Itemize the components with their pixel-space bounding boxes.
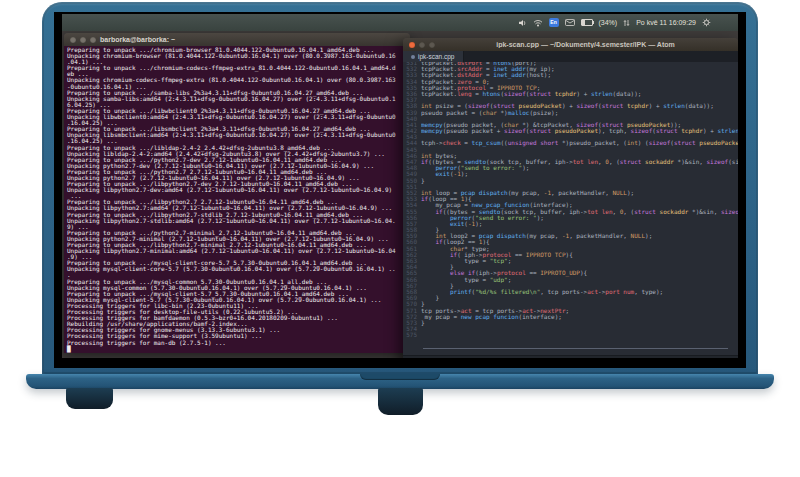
volume-icon[interactable] bbox=[518, 19, 527, 27]
laptop-foot bbox=[378, 388, 423, 415]
terminal-maximize-button[interactable] bbox=[90, 37, 96, 43]
file-icon bbox=[411, 55, 415, 59]
code-line: 575 bbox=[403, 332, 738, 338]
wifi-icon[interactable] bbox=[533, 19, 543, 27]
network-arrows-icon[interactable] bbox=[623, 19, 630, 27]
terminal-line: Unpacking libwbclient0:amd64 (2:4.3.11+d… bbox=[67, 114, 410, 120]
horizontal-scrollbar[interactable] bbox=[423, 348, 728, 349]
scene: En (34%) Po kvě 11 16:09:29 bbox=[0, 0, 800, 477]
terminal-close-button[interactable] bbox=[70, 37, 76, 43]
session-gear-icon[interactable] bbox=[702, 18, 711, 27]
terminal-line: Unpacking samba-libs:amd64 (2:4.3.11+dfs… bbox=[67, 96, 410, 102]
code-editor[interactable]: 531tcpPacket.dstPort = htons(port);532tc… bbox=[403, 62, 738, 355]
gutter-line-number[interactable]: 575 bbox=[403, 332, 421, 338]
terminal-title: barborka@barborka: ~ bbox=[100, 36, 175, 43]
battery-icon[interactable] bbox=[581, 19, 593, 26]
terminal-line: Unpacking libpython2.7-dev:amd64 (2.7.12… bbox=[67, 187, 410, 193]
atom-titlebar[interactable]: ipk-scan.cpp — ~/Dokumenty/4.semester/IP… bbox=[403, 38, 738, 51]
terminal-minimize-button[interactable] bbox=[80, 37, 86, 43]
atom-tab-bar: ipk-scan.cpp bbox=[403, 51, 738, 62]
terminal-line: Unpacking libpython2.7-stdlib:amd64 (2.7… bbox=[67, 218, 410, 224]
atom-window[interactable]: ipk-scan.cpp — ~/Dokumenty/4.semester/IP… bbox=[403, 38, 738, 358]
laptop-base bbox=[26, 374, 774, 389]
terminal-line: Unpacking chromium-browser (81.0.4044.12… bbox=[67, 53, 410, 59]
terminal-output: Preparing to unpack .../chromium-browser… bbox=[64, 46, 410, 353]
atom-status-bar: projekt/ipk-scan.cpp 1:1 LF UTF-8 C++ ma… bbox=[403, 355, 738, 358]
keyboard-layout-indicator[interactable]: En bbox=[549, 18, 559, 27]
tab-label: ipk-scan.cpp bbox=[418, 53, 455, 60]
battery-percent: (34%) bbox=[599, 19, 618, 26]
laptop-base-notch bbox=[360, 374, 440, 380]
terminal-line: Preparing to unpack .../chromium-codecs-… bbox=[67, 65, 410, 71]
laptop-lid: En (34%) Po kvě 11 16:09:29 bbox=[42, 2, 758, 374]
atom-minimize-button[interactable] bbox=[419, 42, 425, 48]
terminal-line: Unpacking libpython2.7-minimal:amd64 (2.… bbox=[67, 248, 410, 254]
mail-icon[interactable] bbox=[565, 19, 575, 26]
terminal-window[interactable]: barborka@barborka: ~ Preparing to unpack… bbox=[64, 33, 410, 352]
atom-title: ipk-scan.cpp — ~/Dokumenty/4.semester/IP… bbox=[439, 41, 732, 48]
top-panel: En (34%) Po kvě 11 16:09:29 bbox=[62, 14, 738, 31]
panel-clock[interactable]: Po kvě 11 16:09:29 bbox=[636, 19, 696, 26]
atom-close-button[interactable] bbox=[409, 42, 415, 48]
terminal-line: Unpacking libsmbclient:amd64 (2:4.3.11+d… bbox=[67, 132, 410, 138]
laptop-foot bbox=[66, 388, 113, 409]
terminal-line: █ bbox=[67, 346, 410, 352]
atom-maximize-button[interactable] bbox=[429, 42, 435, 48]
ubuntu-desktop: En (34%) Po kvě 11 16:09:29 bbox=[62, 14, 738, 358]
terminal-line: Unpacking mysql-client-core-5.7 (5.7.30-… bbox=[67, 266, 410, 272]
tab-ipk-scan[interactable]: ipk-scan.cpp bbox=[403, 51, 464, 62]
terminal-titlebar[interactable]: barborka@barborka: ~ bbox=[64, 33, 410, 46]
laptop-screen: En (34%) Po kvě 11 16:09:29 bbox=[54, 12, 746, 368]
